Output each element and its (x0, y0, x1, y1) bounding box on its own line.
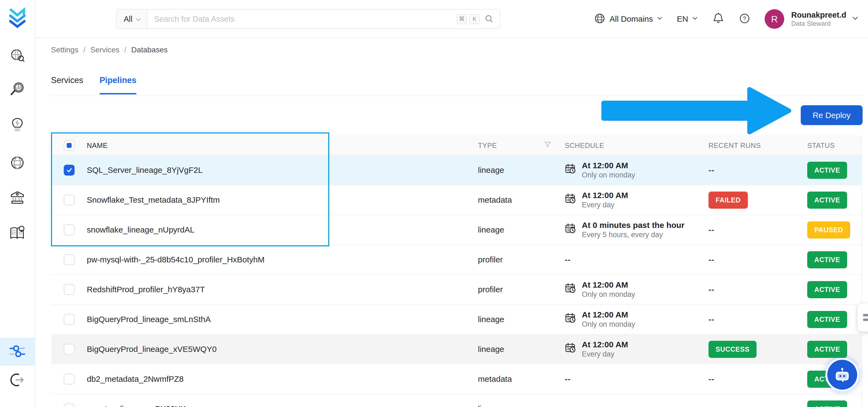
sidebar-item-govern[interactable] (0, 188, 35, 208)
pipeline-type: lineage (478, 225, 565, 234)
table-row[interactable]: mmotvn_lineage_xBY00YKvlineage----ACTIVE (52, 394, 862, 407)
redeploy-button[interactable]: Re Deploy (801, 105, 863, 125)
pipeline-name[interactable]: mmotvn_lineage_xBY00YKv (82, 404, 478, 407)
pipeline-name[interactable]: BigQueryProd_lineage_xVE5WQY0 (82, 345, 478, 354)
breadcrumb-separator: / (124, 45, 126, 54)
sidebar-item-insights[interactable] (0, 116, 35, 135)
sidebar-item-logout[interactable] (0, 371, 35, 390)
recent-run-badge[interactable]: FAILED (709, 192, 748, 209)
breadcrumb-databases[interactable]: Databases (131, 45, 167, 54)
pipeline-name[interactable]: BigQueryProd_lineage_smLnSthA (82, 315, 478, 324)
row-checkbox[interactable] (64, 194, 74, 206)
breadcrumb-services[interactable]: Services (90, 45, 119, 54)
table-row[interactable]: BigQueryProd_lineage_smLnSthAlineage At … (52, 305, 862, 335)
top-navbar: All ⌘ K (35, 0, 868, 38)
sidebar-item-knowledge-center[interactable] (0, 224, 35, 243)
pipeline-type: lineage (478, 345, 565, 354)
row-checkbox[interactable] (64, 374, 74, 384)
row-checkbox[interactable] (64, 344, 74, 355)
language-dropdown[interactable]: EN (677, 14, 698, 24)
schedule-text: At 0 minutes past the hourEvery 5 hours,… (582, 220, 684, 239)
user-avatar: R (765, 9, 784, 29)
select-all-checkbox[interactable] (64, 140, 74, 151)
row-checkbox[interactable] (64, 224, 74, 235)
search-input[interactable] (148, 14, 457, 24)
row-checkbox[interactable] (64, 165, 74, 176)
table-row[interactable]: BigQueryProd_lineage_xVE5WQY0lineage At … (52, 335, 862, 365)
pipeline-name[interactable]: SQL_Server_lineage_8YjVgF2L (82, 165, 478, 175)
sidebar-item-settings[interactable] (0, 338, 35, 366)
pipeline-name[interactable]: pw-mysql-with-_25-d8b54c10_profiler_HxBo… (82, 255, 478, 264)
knowledge-book-icon (9, 225, 26, 242)
schedule-time: At 12:00 AM (582, 339, 628, 350)
table-row[interactable]: RedshiftProd_profiler_hY8ya37Tprofiler A… (52, 275, 862, 305)
table-row[interactable]: db2_metadata_2NwmfPZ8metadata----ACTIVE (52, 365, 862, 394)
header-name: NAME (82, 142, 478, 150)
user-menu[interactable]: R Rounakpreet.d Data Steward (765, 9, 859, 29)
status-cell: PAUSED (807, 221, 862, 239)
pipeline-schedule: At 12:00 AMOnly on monday (565, 280, 709, 299)
sidebar-item-observability[interactable] (0, 80, 35, 99)
tab-services[interactable]: Services (51, 75, 83, 94)
search-scope-label: All (124, 14, 132, 24)
breadcrumb-settings[interactable]: Settings (51, 45, 79, 54)
pipeline-type: metadata (478, 195, 565, 205)
row-checkbox-cell (52, 284, 82, 295)
cmd-key-badge: ⌘ (457, 14, 467, 24)
pipeline-name[interactable]: RedshiftProd_profiler_hY8ya37T (82, 285, 478, 294)
explore-globe-search-icon (9, 48, 25, 65)
app-root: All ⌘ K (0, 0, 868, 407)
table-row[interactable]: pw-mysql-with-_25-d8b54c10_profiler_HxBo… (52, 245, 862, 275)
row-checkbox-cell (52, 404, 82, 407)
help-icon[interactable]: ? (739, 12, 750, 26)
edge-widget-icon (863, 314, 868, 316)
schedule-detail: At 12:00 AMOnly on monday (565, 160, 635, 180)
search-scope-select[interactable]: All (117, 9, 148, 29)
row-checkbox[interactable] (64, 404, 74, 407)
row-checkbox[interactable] (64, 314, 74, 325)
pipeline-name[interactable]: snowflake_lineage_nUpyrdAL (82, 225, 478, 234)
sidebar-item-domains[interactable] (0, 154, 35, 173)
app-logo[interactable] (0, 6, 35, 30)
pipelines-table: NAME TYPE SCHEDULE RECENT RUNS STATUS SQ… (52, 136, 862, 407)
filter-icon[interactable] (544, 140, 552, 151)
recent-run-badge[interactable]: SUCCESS (709, 341, 756, 358)
pipeline-name[interactable]: db2_metadata_2NwmfPZ8 (82, 374, 478, 384)
status-cell: ACTIVE (807, 162, 862, 179)
chat-assistant-button[interactable] (827, 360, 857, 389)
recent-runs-empty: -- (709, 255, 714, 264)
domains-label: All Domains (610, 14, 653, 24)
sidebar-item-explore[interactable] (0, 47, 35, 66)
recent-runs-empty: -- (709, 374, 714, 384)
table-row[interactable]: snowflake_lineage_nUpyrdALlineage At 0 m… (52, 215, 862, 245)
pipeline-schedule: At 12:00 AMOnly on monday (565, 160, 709, 180)
table-row[interactable]: SQL_Server_lineage_8YjVgF2Llineage At 12… (52, 155, 862, 185)
status-badge: ACTIVE (807, 162, 847, 179)
schedule-frequency: Only on monday (582, 320, 635, 329)
search-icon[interactable] (485, 14, 494, 24)
insights-bulb-icon (9, 117, 25, 134)
domains-globe-icon (9, 155, 26, 172)
calendar-clock-icon (565, 342, 577, 356)
row-checkbox[interactable] (64, 284, 74, 295)
annotation-arrow (601, 85, 794, 137)
table-row[interactable]: Snowflake_Test_metadata_8JPYIftmmetadata… (52, 185, 862, 215)
schedule-detail: At 12:00 AMOnly on monday (565, 280, 635, 299)
domains-dropdown[interactable]: All Domains (594, 12, 663, 26)
status-badge: ACTIVE (807, 251, 847, 268)
header-type: TYPE (478, 142, 497, 150)
row-checkbox[interactable] (64, 254, 74, 265)
tab-pipelines[interactable]: Pipelines (99, 75, 136, 94)
row-checkbox-cell (52, 224, 82, 235)
header-schedule: SCHEDULE (565, 142, 709, 150)
edge-floating-widget[interactable] (858, 303, 868, 332)
schedule-empty: -- (565, 374, 571, 384)
status-badge: ACTIVE (807, 341, 847, 358)
notifications-bell-icon[interactable] (712, 12, 724, 26)
globe-icon (594, 12, 606, 26)
pipeline-type: lineage (478, 315, 565, 324)
recent-runs-empty: -- (709, 404, 714, 407)
edge-widget-icon (863, 318, 868, 321)
pipeline-name[interactable]: Snowflake_Test_metadata_8JPYIftm (82, 195, 478, 205)
breadcrumb-separator: / (83, 45, 86, 54)
